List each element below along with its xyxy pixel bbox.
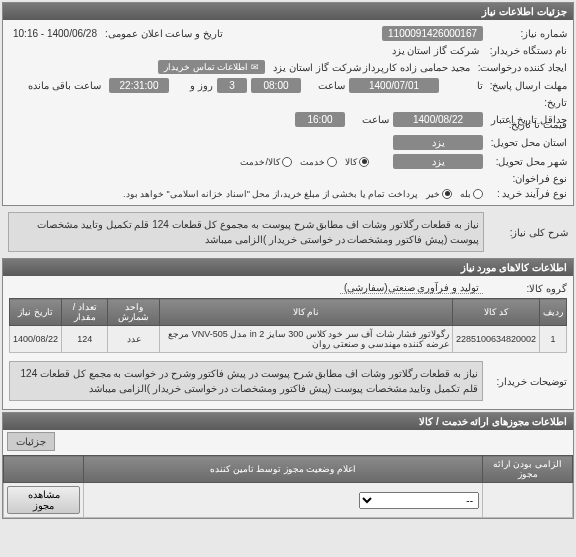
cell-idx: 1 (540, 326, 567, 353)
call-type-group: کالا خدمت کالا/خدمت (240, 157, 369, 167)
details-tab[interactable]: جزئیات (7, 432, 55, 451)
reply-date-value: 1400/07/01 (349, 78, 439, 93)
public-announce-value: 1400/06/28 - 10:16 (9, 28, 101, 39)
items-panel: اطلاعات کالاهای مورد نیاز گروه کالا: تول… (2, 258, 574, 410)
requester-value: مجید حمامی زاده کارپرداز شرکت گاز استان … (269, 62, 473, 73)
buyer-note-text: نیاز به قطعات رگلاتور وشات اف مطابق شرح … (9, 361, 483, 401)
valid-date-value: 1400/08/22 (393, 112, 483, 127)
public-announce-label: تاریخ و ساعت اعلان عمومی: (105, 28, 223, 39)
need-desc-label: شرح کلی نیاز: (488, 227, 568, 238)
radio-yes[interactable] (473, 189, 483, 199)
need-number-value: 1100091426000167 (382, 26, 483, 41)
cell-date: 1400/08/22 (10, 326, 62, 353)
need-info-panel: جزئیات اطلاعات نیاز شماره نیاز: 11000914… (2, 2, 574, 206)
valid-time-label: ساعت (349, 114, 389, 125)
col-mandatory: الزامی بودن ارائه مجوز (483, 456, 573, 483)
group-label: گروه کالا: (487, 283, 567, 294)
radio-goods[interactable] (359, 157, 369, 167)
radio-no[interactable] (442, 189, 452, 199)
permit-status-select[interactable]: -- (359, 492, 479, 509)
buyer-org-label: نام دستگاه خریدار: (487, 45, 567, 56)
permits-header: اطلاعات مجوزهای ارائه خدمت / کالا (3, 413, 573, 430)
items-table: ردیف کد کالا نام کالا واحد شمارش تعداد /… (9, 298, 567, 353)
items-header: اطلاعات کالاهای مورد نیاز (3, 259, 573, 276)
reply-from-label: تا (443, 80, 483, 91)
cell-unit: عدد (108, 326, 159, 353)
col-qty: تعداد / مقدار (62, 299, 108, 326)
call-type-label: نوع فراخوان: (487, 173, 567, 184)
buyer-org-value: شرکت گاز استان یزد (388, 45, 483, 56)
col-unit: واحد شمارش (108, 299, 159, 326)
delivery-province-value: یزد (393, 135, 483, 150)
days-label: روز و (173, 80, 213, 91)
requester-label: ایجاد کننده درخواست: (478, 62, 567, 73)
proc-group: بله خیر (426, 189, 483, 199)
table-row: 1 2285100634820002 رگولاتور فشار شات آف … (10, 326, 567, 353)
radio-service[interactable] (327, 157, 337, 167)
days-value: 3 (217, 78, 247, 93)
col-name: نام کالا (159, 299, 452, 326)
need-desc-text: نیاز به قطعات رگلاتور وشات اف مطابق شرح … (8, 212, 484, 252)
col-idx: ردیف (540, 299, 567, 326)
need-info-header: جزئیات اطلاعات نیاز (3, 3, 573, 20)
radio-both[interactable] (282, 157, 292, 167)
buyer-note-label: توضیحات خریدار: (487, 376, 567, 387)
delivery-city-value: یزد (393, 154, 483, 169)
need-number-label: شماره نیاز: (487, 28, 567, 39)
reply-deadline-label: مهلت ارسال پاسخ: (487, 80, 567, 91)
cell-name: رگولاتور فشار شات آف سر خود کلاس 300 سای… (159, 326, 452, 353)
valid-time-value: 16:00 (295, 112, 345, 127)
remain-label: ساعت باقی مانده (24, 80, 105, 91)
purchase-proc-label: نوع فرآیند خرید : (487, 188, 567, 199)
purchase-note: پرداخت تمام یا بخشی از مبلغ خرید،از محل … (119, 189, 422, 199)
permits-panel: اطلاعات مجوزهای ارائه خدمت / کالا جزئیات… (2, 412, 574, 519)
delivery-city-label: شهر محل تحویل: (487, 156, 567, 167)
col-code: کد کالا (452, 299, 539, 326)
remain-time-value: 22:31:00 (109, 78, 169, 93)
cell-qty: 124 (62, 326, 108, 353)
valid-to-label: قیمت تا تاریخ: (487, 119, 567, 130)
reply-time-label: ساعت (305, 80, 345, 91)
col-date: تاریخ نیاز (10, 299, 62, 326)
contact-buyer-link[interactable]: اطلاعات تماس خریدار (158, 60, 265, 74)
col-status: اعلام وضعیت مجوز توسط تامین کننده (84, 456, 483, 483)
cell-code: 2285100634820002 (452, 326, 539, 353)
reply-time-value: 08:00 (251, 78, 301, 93)
delivery-province-label: استان محل تحویل: (487, 137, 567, 148)
history-label: تاریخ: (487, 97, 567, 108)
group-value: تولید و فرآوری صنعتی(سفارشی) (340, 282, 483, 294)
permit-row: -- مشاهده مجوز (4, 483, 573, 518)
permits-table: الزامی بودن ارائه مجوز اعلام وضعیت مجوز … (3, 455, 573, 518)
view-permit-button[interactable]: مشاهده مجوز (7, 486, 80, 514)
